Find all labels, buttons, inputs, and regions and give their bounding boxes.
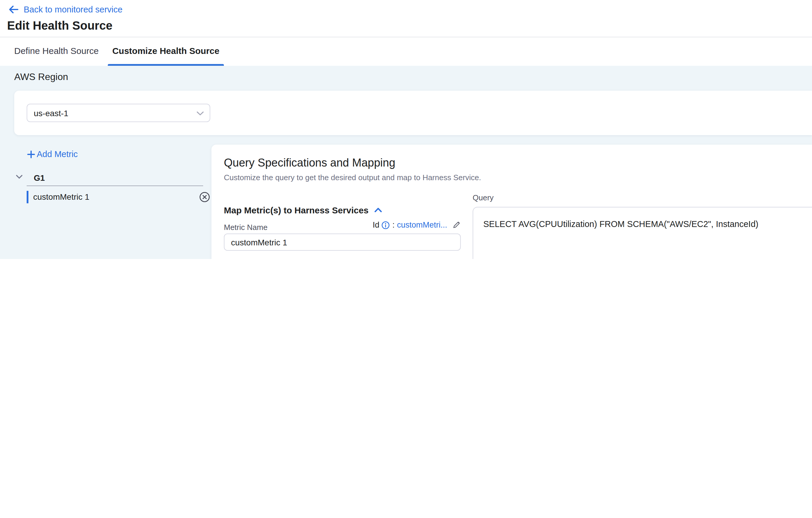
chevron-down-icon [197, 111, 204, 115]
add-metric-button[interactable]: Add Metric [27, 149, 78, 159]
aws-region-card: us-east-1 [14, 91, 812, 135]
back-link-label: Back to monitored service [24, 5, 123, 14]
edit-pencil-icon[interactable] [452, 220, 461, 229]
query-label: Query [473, 193, 494, 202]
back-arrow-icon [8, 5, 19, 13]
metric-item-label: customMetric 1 [33, 192, 89, 201]
delete-metric-icon[interactable] [199, 191, 210, 203]
group-divider [27, 186, 203, 186]
selected-indicator-bar [27, 191, 28, 203]
query-section-subtitle: Customize the query to get the desired o… [224, 173, 481, 182]
header: Back to monitored service Edit Health So… [0, 0, 812, 66]
group-collapse-chevron-icon[interactable] [16, 175, 23, 179]
aws-region-value: us-east-1 [34, 108, 68, 118]
plus-icon [27, 150, 35, 158]
metric-list-item[interactable]: customMetric 1 [27, 191, 204, 203]
page-title: Edit Health Source [7, 19, 113, 33]
query-specifications-card: Query Specifications and Mapping Customi… [211, 145, 812, 259]
metric-name-input[interactable] [224, 234, 461, 251]
map-metrics-accordion[interactable]: Map Metric(s) to Harness Services [224, 205, 382, 215]
chevron-up-icon [375, 208, 382, 213]
map-metrics-label: Map Metric(s) to Harness Services [224, 205, 369, 215]
query-textarea[interactable]: SELECT AVG(CPUUtilization) FROM SCHEMA("… [473, 207, 812, 259]
tab-define-health-source[interactable]: Define Health Source [14, 37, 98, 66]
id-separator: : [393, 220, 395, 229]
query-section-title: Query Specifications and Mapping [224, 157, 395, 169]
aws-region-select[interactable]: us-east-1 [27, 104, 210, 122]
metric-id-row: Id : customMetri... [224, 220, 461, 229]
info-icon[interactable] [382, 221, 390, 229]
aws-region-label: AWS Region [14, 72, 68, 82]
edit-health-source-page: Back to monitored service Edit Health So… [0, 0, 812, 259]
id-label: Id [373, 220, 379, 229]
tab-customize-health-source[interactable]: Customize Health Source [108, 37, 224, 66]
metric-group-header[interactable]: G1 [34, 173, 45, 183]
add-metric-label: Add Metric [37, 149, 78, 159]
tab-bar: Define Health Source Customize Health So… [14, 37, 224, 66]
back-link[interactable]: Back to monitored service [8, 5, 123, 14]
metric-id-value[interactable]: customMetri... [397, 220, 447, 229]
